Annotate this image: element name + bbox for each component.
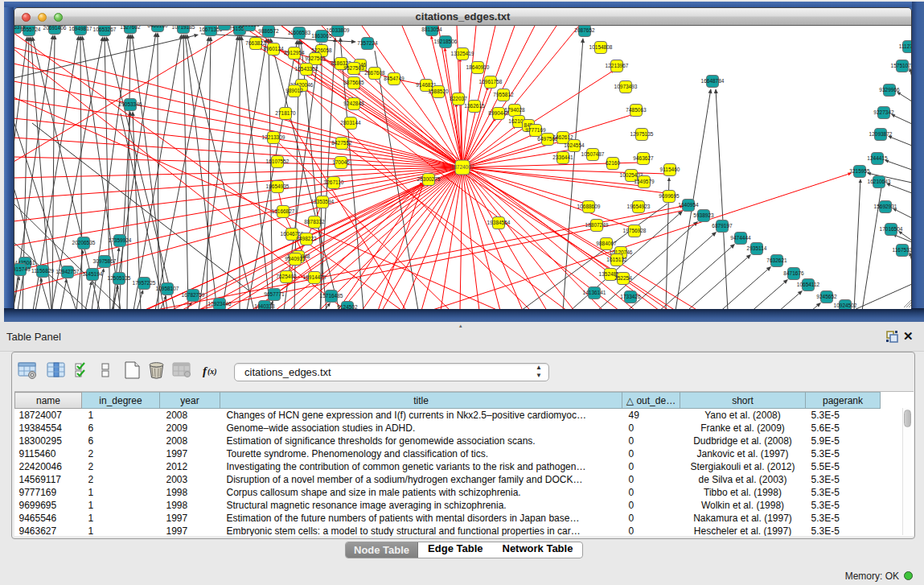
- svg-text:10958107: 10958107: [156, 286, 179, 291]
- svg-text:9340931: 9340931: [285, 256, 306, 262]
- svg-text:8386379: 8386379: [14, 26, 26, 30]
- svg-text:15692931: 15692931: [874, 204, 897, 209]
- svg-text:9463627: 9463627: [633, 155, 654, 161]
- svg-text:1145194: 1145194: [83, 271, 103, 277]
- svg-text:12213967: 12213967: [606, 63, 629, 68]
- svg-text:17957225: 17957225: [133, 280, 156, 286]
- svg-text:1863065: 1863065: [311, 33, 332, 39]
- svg-text:1024554: 1024554: [564, 142, 585, 148]
- svg-text:1244415: 1244415: [867, 155, 888, 161]
- svg-text:20691406: 20691406: [43, 26, 67, 31]
- svg-text:11606583: 11606583: [288, 30, 311, 35]
- svg-text:7462612: 7462612: [552, 134, 573, 140]
- svg-text:9699695: 9699695: [659, 193, 680, 199]
- svg-text:2718170: 2718170: [275, 110, 296, 116]
- svg-text:9777169: 9777169: [525, 127, 546, 133]
- svg-text:252254: 252254: [614, 275, 632, 281]
- svg-text:170046: 170046: [332, 159, 350, 165]
- svg-text:9327503: 9327503: [305, 56, 326, 61]
- svg-text:62160: 62160: [606, 160, 620, 166]
- svg-text:9242848: 9242848: [343, 101, 364, 106]
- svg-text:15716485: 15716485: [320, 293, 343, 299]
- svg-text:19654935: 19654935: [266, 183, 290, 189]
- svg-text:12923446: 12923446: [208, 301, 232, 307]
- svg-text:8471676: 8471676: [783, 270, 804, 276]
- svg-text:19166827: 19166827: [272, 208, 295, 214]
- svg-text:6879197: 6879197: [712, 223, 733, 229]
- svg-text:18640910: 18640910: [466, 64, 490, 70]
- svg-text:3215955: 3215955: [849, 168, 870, 174]
- svg-text:10154808: 10154808: [589, 44, 613, 50]
- svg-text:9600133: 9600133: [239, 26, 260, 27]
- svg-text:18807249: 18807249: [585, 222, 609, 228]
- svg-text:10507487: 10507487: [581, 151, 605, 157]
- svg-text:7632621: 7632621: [766, 257, 787, 263]
- svg-text:0433218: 0433218: [214, 26, 235, 27]
- svg-text:16033809: 16033809: [326, 27, 350, 33]
- svg-text:1615132: 1615132: [606, 257, 627, 262]
- svg-text:12942757: 12942757: [56, 269, 80, 274]
- svg-text:1112733: 1112733: [899, 43, 911, 49]
- svg-text:1733426: 1733426: [620, 294, 641, 299]
- svg-text:16543362: 16543362: [295, 66, 318, 72]
- svg-text:8454749: 8454749: [384, 76, 405, 81]
- svg-text:16648784: 16648784: [701, 78, 725, 84]
- svg-text:17016504: 17016504: [880, 226, 903, 232]
- svg-text:10653267: 10653267: [93, 27, 117, 32]
- svg-text:1640954: 1640954: [678, 202, 699, 208]
- svg-text:1588520: 1588520: [428, 89, 449, 94]
- svg-text:10924502: 10924502: [834, 303, 857, 308]
- svg-text:9884067: 9884067: [596, 241, 617, 246]
- svg-text:19654923: 19654923: [627, 204, 651, 209]
- svg-text:7485063: 7485063: [626, 107, 647, 113]
- svg-text:11353594: 11353594: [311, 199, 335, 204]
- svg-text:9115460: 9115460: [660, 167, 680, 172]
- svg-text:7663822: 7663822: [245, 40, 266, 46]
- svg-text:7357224: 7357224: [357, 40, 378, 46]
- svg-text:2935114: 2935114: [747, 245, 767, 251]
- svg-text:13325419: 13325419: [451, 51, 474, 56]
- svg-text:1167533: 1167533: [893, 247, 911, 253]
- svg-text:1940338: 1940338: [254, 303, 275, 309]
- svg-text:16949817: 16949817: [69, 26, 92, 31]
- svg-text:3915743: 3915743: [14, 266, 31, 272]
- svg-text:10654112: 10654112: [797, 282, 820, 287]
- svg-text:9886572: 9886572: [258, 28, 279, 34]
- svg-text:10973493: 10973493: [614, 84, 638, 89]
- svg-text:9329966: 9329966: [879, 87, 900, 93]
- svg-text:(x): (x): [207, 367, 217, 377]
- svg-text:15751074: 15751074: [891, 63, 911, 68]
- svg-text:30975867: 30975867: [93, 258, 117, 264]
- svg-text:25300275: 25300275: [417, 176, 441, 182]
- svg-text:8912954: 8912954: [284, 50, 305, 56]
- svg-text:6794028: 6794028: [504, 107, 525, 113]
- svg-text:12505135: 12505135: [108, 275, 131, 281]
- svg-text:19756928: 19756928: [623, 228, 647, 233]
- svg-text:7955812: 7955812: [493, 92, 514, 97]
- svg-text:8427552: 8427552: [331, 140, 352, 146]
- svg-text:8960124: 8960124: [263, 46, 284, 51]
- svg-text:9498222: 9498222: [296, 236, 317, 241]
- svg-text:8878332: 8878332: [304, 219, 325, 225]
- svg-text:8813054: 8813054: [421, 27, 442, 32]
- svg-text:10688609: 10688609: [577, 204, 601, 209]
- svg-text:9124502: 9124502: [337, 304, 358, 309]
- svg-text:16961758: 16961758: [479, 79, 503, 84]
- svg-text:19218506: 19218506: [434, 39, 458, 44]
- svg-text:2803144: 2803144: [340, 120, 361, 126]
- svg-text:12975135: 12975135: [630, 131, 654, 137]
- svg-text:17359924: 17359924: [109, 237, 132, 243]
- svg-text:5938923: 5938923: [693, 212, 714, 218]
- svg-text:822037: 822037: [450, 96, 467, 101]
- svg-text:9245652: 9245652: [816, 294, 837, 299]
- svg-text:10719185: 10719185: [172, 26, 195, 30]
- svg-text:989012: 989012: [285, 88, 303, 93]
- svg-text:20206535: 20206535: [72, 240, 96, 245]
- svg-text:5226058: 5226058: [311, 47, 332, 53]
- svg-text:2867608: 2867608: [364, 70, 385, 76]
- svg-text:2087652: 2087652: [574, 27, 595, 33]
- svg-text:16210643: 16210643: [868, 179, 891, 184]
- svg-text:9474444: 9474444: [730, 235, 751, 241]
- svg-text:3875685: 3875685: [343, 80, 364, 85]
- svg-text:7625402: 7625402: [276, 274, 297, 279]
